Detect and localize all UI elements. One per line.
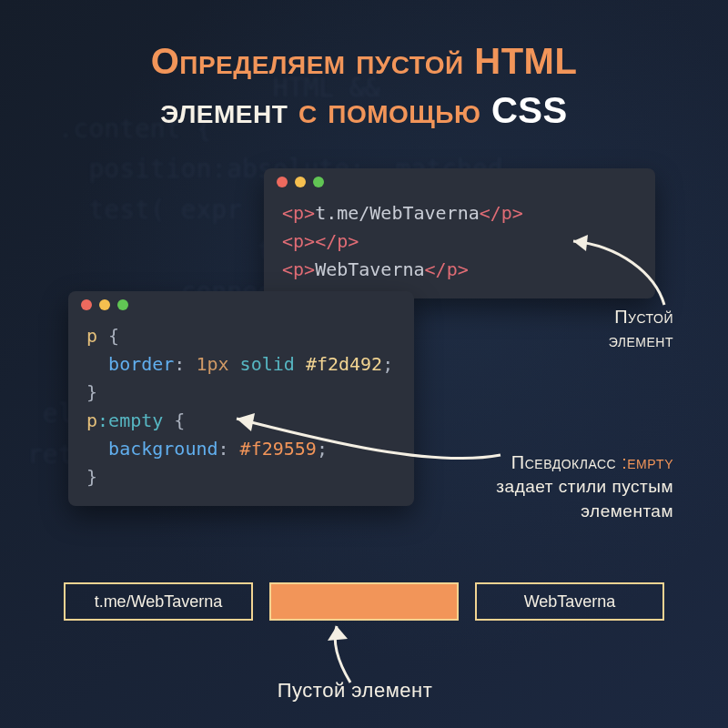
annotation-empty-element-top: Пустой элемент — [519, 305, 673, 352]
title-css: CSS — [491, 90, 568, 130]
css-code-window: p { border: 1px solid #f2d492; } p:empty… — [68, 291, 414, 506]
result-box-1: t.me/WebTaverna — [64, 582, 253, 621]
svg-marker-2 — [328, 626, 348, 641]
title-html: HTML — [474, 41, 577, 81]
result-box-3: WebTaverna — [475, 582, 664, 621]
result-box-empty — [269, 582, 459, 621]
close-icon — [277, 177, 288, 187]
annotation-pseudoclass: Псевдокласс :empty задает стили пустым э… — [410, 450, 673, 522]
title-plain: элемент — [160, 90, 298, 130]
maximize-icon — [117, 299, 128, 310]
minimize-icon — [295, 177, 306, 187]
maximize-icon — [313, 177, 324, 187]
title-accent-2: с помощью — [298, 90, 491, 130]
result-row: t.me/WebTaverna WebTaverna — [64, 582, 664, 621]
window-titlebar — [68, 291, 414, 318]
html-code-window: <p>t.me/WebTaverna</p> <p></p> <p>WebTav… — [264, 168, 655, 298]
minimize-icon — [99, 299, 110, 310]
html-code-body: <p>t.me/WebTaverna</p> <p></p> <p>WebTav… — [264, 196, 655, 298]
page-title: Определяем пустой HTML элемент с помощью… — [55, 36, 673, 135]
css-code-body: p { border: 1px solid #f2d492; } p:empty… — [68, 318, 414, 506]
title-accent-1: Определяем пустой — [151, 41, 475, 81]
annotation-empty-element-bottom: Пустой элемент — [237, 678, 473, 704]
close-icon — [81, 299, 92, 310]
window-titlebar — [264, 168, 655, 196]
